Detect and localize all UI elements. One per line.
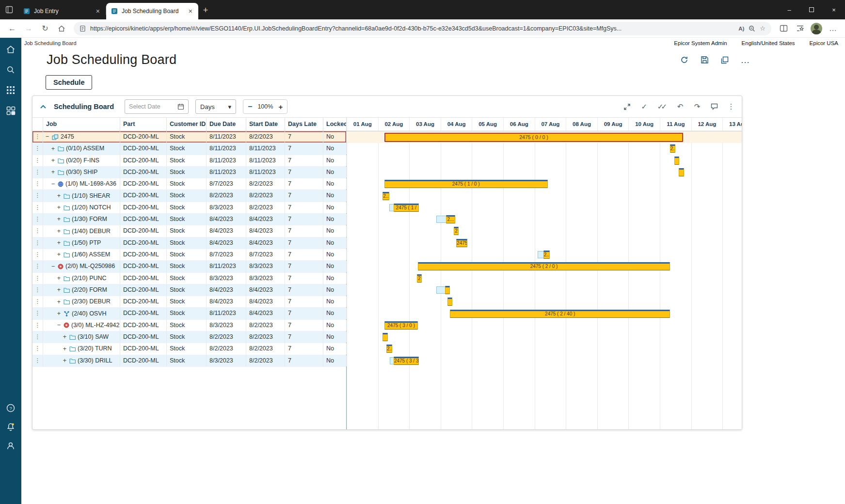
zoom-out-button[interactable]: − [248,102,252,111]
expand-toggle[interactable]: + [50,146,56,152]
row-menu-icon[interactable]: ⋮ [32,237,43,249]
zoom-page-icon[interactable] [749,25,755,32]
undo-icon[interactable]: ↶ [676,102,684,111]
table-row[interactable]: ⋮−2475DCD-200-MLStock8/11/20238/2/20237N… [32,131,346,143]
expand-toggle[interactable]: + [56,311,62,317]
schedule-block[interactable] [436,216,446,223]
gantt-bar[interactable]: 2475 ( 1 / [394,204,419,212]
panel-overflow-icon[interactable]: ⋮ [727,102,735,111]
gantt-bar[interactable]: 2475 ( 0 / 0 ) [384,133,684,142]
expand-toggle[interactable]: + [50,158,56,164]
expand-toggle[interactable]: + [56,228,62,235]
row-menu-icon[interactable]: ⋮ [32,296,43,307]
expand-toggle[interactable]: + [56,216,62,222]
sidebar-boards-icon[interactable] [5,105,16,116]
collapse-chevron-icon[interactable] [39,102,47,111]
gantt-bar[interactable]: 2 [417,274,422,283]
expand-toggle[interactable]: + [56,275,62,282]
split-screen-icon[interactable] [776,21,791,36]
maximize-button[interactable] [800,0,823,19]
profile-avatar[interactable] [809,21,824,36]
gantt-bar[interactable]: 2475 ( 2 / 40 ) [450,310,670,318]
gantt-bar[interactable] [447,298,452,306]
gantt-bar[interactable]: 2475 ( 2 / 0 ) [418,262,670,270]
tab-actions-button[interactable] [0,0,18,19]
expand-toggle[interactable]: + [62,346,67,352]
save-icon[interactable] [700,55,709,65]
sidebar-home-icon[interactable] [5,44,16,55]
language-selector[interactable]: English/United States [742,40,795,46]
collapse-toggle[interactable]: − [45,134,50,140]
sidebar-help-icon[interactable]: ? [5,402,16,414]
table-row[interactable]: ⋮+(1/50) PTPDCD-200-MLStock8/4/20238/4/2… [32,237,346,249]
row-menu-icon[interactable]: ⋮ [32,167,43,178]
table-row[interactable]: ⋮+(2/30) DEBURDCD-200-MLStock8/4/20238/4… [32,296,346,308]
row-menu-icon[interactable]: ⋮ [32,249,43,260]
browser-menu-icon[interactable]: … [826,21,840,36]
schedule-button[interactable]: Schedule [46,75,92,90]
read-aloud-icon[interactable]: A) [738,26,744,32]
gantt-bar[interactable] [679,168,685,176]
row-menu-icon[interactable]: ⋮ [32,261,43,272]
row-menu-icon[interactable]: ⋮ [32,355,43,366]
sidebar-notifications-icon[interactable] [5,421,16,433]
tab-close-icon[interactable]: × [188,7,193,15]
row-menu-icon[interactable]: ⋮ [32,320,43,331]
table-row[interactable]: ⋮+(1/30) FORMDCD-200-MLStock8/4/20238/4/… [32,214,346,225]
table-row[interactable]: ⋮+(0/30) SHIPDCD-200-MLStock8/11/20238/1… [32,167,346,178]
table-row[interactable]: ⋮+(0/20) F-INSDCD-200-MLStock8/11/20238/… [32,155,346,167]
refresh-icon[interactable] [679,55,689,65]
expand-toggle[interactable]: + [56,299,62,305]
gantt-bar[interactable] [383,333,387,341]
table-row[interactable]: ⋮+(0/10) ASSEMDCD-200-MLStock8/11/20238/… [32,143,346,155]
table-row[interactable]: ⋮+(2/10) PUNCDCD-200-MLStock8/3/20238/3/… [32,273,346,284]
browser-tab-scheduling-board[interactable]: Job Scheduling Board × [106,3,198,19]
table-row[interactable]: ⋮+(1/60) ASSEMDCD-200-MLStock8/7/20238/7… [32,249,346,261]
table-row[interactable]: ⋮+(3/10) SAWDCD-200-MLStock8/2/20238/2/2… [32,331,346,343]
expand-icon[interactable] [623,102,631,111]
accept-all-changes-icon[interactable]: ✓✓ [657,102,667,111]
row-menu-icon[interactable]: ⋮ [32,343,43,354]
forward-icon[interactable]: → [21,21,36,36]
collapse-toggle[interactable]: − [50,181,56,188]
schedule-block[interactable] [436,286,446,294]
current-user[interactable]: Epicor System Admin [674,40,727,46]
col-header-part[interactable]: Part [120,118,167,131]
table-row[interactable]: ⋮+(1/40) DEBURDCD-200-MLStock8/4/20238/4… [32,225,346,237]
row-menu-icon[interactable]: ⋮ [32,284,43,296]
sidebar-apps-icon[interactable] [5,84,16,96]
row-menu-icon[interactable]: ⋮ [32,190,43,201]
gantt-bar[interactable]: 2475 [456,239,467,247]
col-header-start-date[interactable]: Start Date [246,118,285,131]
gantt-bar[interactable]: 2... [446,215,455,223]
expand-toggle[interactable]: + [62,334,67,340]
row-menu-icon[interactable]: ⋮ [32,308,43,319]
zoom-in-button[interactable]: + [278,103,283,111]
tab-close-icon[interactable]: × [95,7,101,15]
row-menu-icon[interactable]: ⋮ [32,131,43,142]
row-menu-icon[interactable]: ⋮ [32,225,43,236]
table-row[interactable]: ⋮+(3/30) DRILLDCD-200-MLStock8/3/20238/2… [32,355,346,367]
comment-icon[interactable] [710,102,718,111]
minimize-button[interactable]: – [778,0,800,19]
favorites-bar-icon[interactable] [793,21,807,36]
table-row[interactable]: ⋮+(1/10) SHEARDCD-200-MLStock8/2/20238/2… [32,190,346,202]
sidebar-search-icon[interactable] [5,64,16,76]
table-row[interactable]: ⋮+(2/20) FORMDCD-200-MLStock8/4/20238/4/… [32,284,346,296]
expand-toggle[interactable]: + [56,205,62,211]
gantt-bar[interactable]: 2... [383,192,389,200]
breadcrumb[interactable]: Job Scheduling Board [24,40,77,46]
gantt-bar[interactable]: 2... [386,345,392,353]
row-menu-icon[interactable]: ⋮ [32,178,43,189]
col-header-job[interactable]: Job [43,118,120,131]
gantt-bar[interactable]: 2... [543,251,550,259]
browser-tab-job-entry[interactable]: Job Entry × [18,4,106,18]
table-row[interactable]: ⋮+(3/20) TURNDCD-200-MLStock8/2/20238/2/… [32,343,346,355]
company-selector[interactable]: Epicor USA [810,40,838,46]
collapse-toggle[interactable]: − [50,264,56,270]
row-menu-icon[interactable]: ⋮ [32,155,43,166]
browser-home-icon[interactable] [54,21,69,36]
gantt-bar[interactable]: 2475 ( 3 / 30 [394,357,419,365]
expand-toggle[interactable]: + [56,240,62,246]
overflow-menu-icon[interactable]: … [740,55,750,65]
